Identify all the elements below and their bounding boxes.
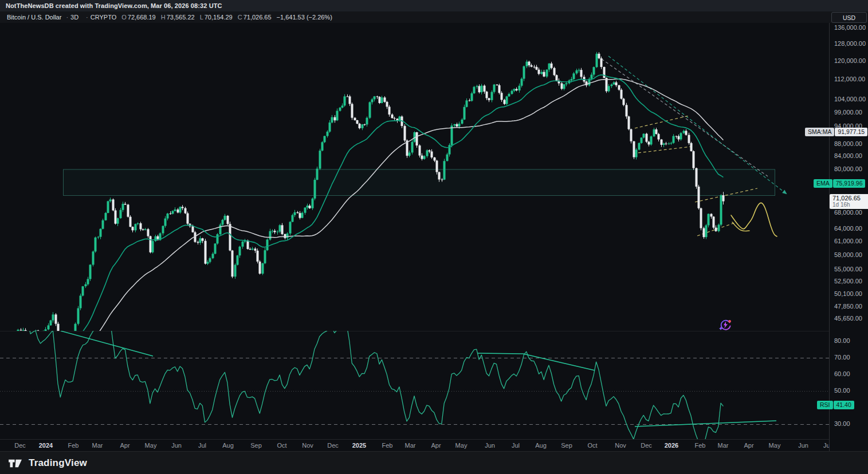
time-tick: Feb [689, 442, 712, 449]
currency-toggle-button[interactable]: USD [831, 12, 867, 23]
time-tick: Sep [245, 442, 268, 449]
time-tick: Jul [504, 442, 527, 449]
time-axis[interactable]: Dec2024FebMarAprMayJunJulAugSepOctNovDec… [0, 439, 829, 452]
time-tick: Aug [529, 442, 552, 449]
high-label: H [161, 14, 166, 21]
open-value: 72,668.19 [128, 14, 156, 21]
last-price-value: 71,026.65 [832, 195, 868, 202]
rsi-tick: 70.00 [834, 354, 850, 361]
time-tick: Jun [478, 442, 501, 449]
time-tick: Oct [270, 442, 293, 449]
bar-countdown: 1d 16h [832, 202, 868, 208]
sma-name-label: SMA:MA [805, 128, 834, 136]
close-value: 71,026.65 [243, 14, 272, 21]
rsi-value-label: 41.40 [834, 401, 854, 409]
price-tick: 47,850.00 [834, 303, 862, 310]
change-value: −1,641.53 (−2.26%) [277, 14, 332, 21]
exchange-name: CRYPTO [91, 14, 116, 21]
time-tick: Dec [9, 442, 32, 449]
tradingview-wordmark[interactable]: TradingView [29, 457, 87, 469]
ema-name-label: EMA [814, 179, 832, 188]
time-tick: Feb [376, 442, 399, 449]
time-tick: Oct [581, 442, 604, 449]
interval-value[interactable]: 3D [70, 14, 78, 21]
rsi-tick: 30.00 [834, 420, 850, 427]
time-tick: May [763, 442, 786, 449]
rsi-name-label: RSI [817, 401, 833, 409]
time-tick: Feb [62, 442, 85, 449]
price-tick: 58,000.00 [834, 251, 862, 258]
symbol-header: Bitcoin / U.S. Dollar · 3D · CRYPTO O 72… [0, 11, 868, 23]
low-label: L [200, 14, 203, 21]
separator-dot: · [66, 14, 68, 21]
time-tick: 2024 [34, 442, 57, 449]
bolt-cycle-icon[interactable] [718, 317, 733, 332]
price-tick: 61,000.00 [834, 238, 862, 244]
price-tick: 104,000.00 [834, 96, 866, 102]
open-label: O [121, 14, 127, 21]
price-tick: 45,650.00 [834, 315, 862, 322]
time-tick: Mar [399, 442, 422, 449]
price-tick: 55,000.00 [834, 266, 862, 272]
price-tick: 50,100.00 [834, 290, 862, 297]
time-tick: 2026 [660, 442, 683, 449]
time-tick: Apr [425, 442, 447, 449]
price-tick: 136,000.00 [834, 24, 866, 31]
time-tick: Aug [217, 442, 239, 449]
price-tick: 99,000.00 [834, 109, 862, 116]
time-tick: May [450, 442, 473, 449]
rsi-axis-label[interactable]: RSI41.40 [817, 401, 854, 409]
price-tick: 112,000.00 [834, 76, 865, 82]
last-price-label[interactable]: 71,026.651d 16h [830, 194, 868, 209]
price-axis[interactable]: 136,000.00128,000.00120,000.00112,000.00… [829, 23, 868, 451]
chart-area[interactable]: 136,000.00128,000.00120,000.00112,000.00… [0, 23, 868, 451]
low-value: 70,154.29 [205, 14, 233, 21]
sma-axis-label[interactable]: SMA:MA91,977.15 [805, 128, 867, 136]
close-label: C [238, 14, 242, 21]
time-tick: Jun [165, 442, 188, 449]
tradingview-logo-icon[interactable] [8, 457, 23, 469]
footer-bar: TradingView [0, 451, 868, 474]
time-tick: 2025 [348, 442, 371, 449]
time-tick: Mar [86, 442, 109, 449]
time-tick: Apr [113, 442, 136, 449]
price-tick: 84,000.00 [834, 152, 862, 159]
time-tick: May [139, 442, 162, 449]
price-tick: 88,000.00 [834, 140, 862, 147]
status-text: NotTheNewsDB created with TradingView.co… [6, 2, 222, 9]
price-tick: 64,000.00 [834, 225, 862, 232]
symbol-name[interactable]: Bitcoin / U.S. Dollar [7, 14, 61, 21]
time-tick: Sep [555, 442, 578, 449]
time-tick: Nov [609, 442, 632, 449]
rsi-tick: 80.00 [834, 337, 850, 344]
time-tick: Apr [737, 442, 760, 449]
status-bar: NotTheNewsDB created with TradingView.co… [0, 0, 868, 11]
price-tick: 52,500.00 [834, 278, 862, 285]
ema-axis-label[interactable]: EMA75,919.96 [814, 179, 865, 188]
time-tick: Dec [321, 442, 344, 449]
time-tick: Dec [635, 442, 658, 449]
sma-value-label: 91,977.15 [835, 128, 867, 136]
pane-separator[interactable] [0, 331, 829, 331]
price-tick: 128,000.00 [834, 40, 866, 47]
price-tick: 80,000.00 [834, 165, 862, 172]
price-tick: 120,000.00 [834, 57, 866, 64]
time-tick: Jul [191, 442, 214, 449]
separator-dot: · [86, 14, 88, 21]
time-tick: Jun [792, 442, 815, 449]
high-value: 73,565.22 [167, 14, 195, 21]
ema-value-label: 75,919.96 [833, 179, 866, 188]
rsi-tick: 60.00 [834, 370, 850, 377]
chart-canvas[interactable] [0, 23, 829, 439]
rsi-tick: 50.00 [834, 387, 850, 394]
time-tick: Nov [296, 442, 319, 449]
time-tick: Jul [816, 442, 829, 449]
price-tick: 68,000.00 [834, 209, 862, 216]
time-tick: Mar [712, 442, 735, 449]
